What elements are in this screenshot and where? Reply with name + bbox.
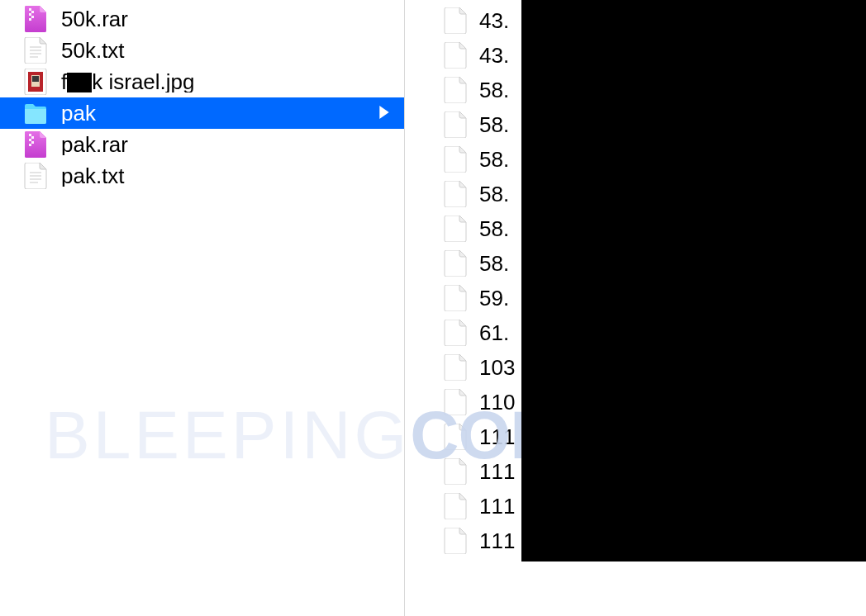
document-icon (441, 7, 469, 34)
document-icon (441, 458, 469, 485)
file-label: 111 (479, 424, 515, 450)
jpg-icon (21, 69, 50, 95)
file-row[interactable]: pak.txt (0, 160, 404, 192)
file-label: 58. (479, 147, 509, 173)
txt-icon (21, 37, 50, 64)
redaction-overlay (521, 0, 866, 562)
file-label: 58. (479, 251, 509, 277)
txt-icon (21, 163, 50, 189)
chevron-right-icon (379, 106, 394, 121)
file-label: 58. (479, 216, 509, 242)
file-label: 50k.rar (61, 8, 394, 30)
file-row[interactable]: 50k.txt (0, 35, 404, 66)
file-label: 111 (479, 494, 515, 519)
file-row[interactable]: fk israel.jpg (0, 66, 404, 97)
document-icon (441, 111, 469, 138)
document-icon (441, 493, 469, 519)
file-label: pak (61, 102, 379, 124)
document-icon (441, 389, 469, 415)
folder-icon (21, 100, 50, 126)
file-row[interactable]: pak.rar (0, 129, 404, 160)
file-label: 43. (479, 8, 509, 34)
file-label: 110 (479, 390, 515, 415)
rar-icon (21, 6, 50, 32)
document-icon (441, 285, 469, 311)
document-icon (441, 528, 469, 554)
file-label-prefix: f (61, 71, 67, 92)
document-icon (441, 146, 469, 173)
file-label: 111 (479, 528, 515, 554)
file-label: fk israel.jpg (61, 71, 394, 92)
file-label: 61. (479, 320, 509, 346)
censored-text (67, 73, 92, 92)
document-icon (441, 424, 469, 450)
file-label: pak.txt (61, 165, 394, 187)
file-label: pak.rar (61, 134, 394, 155)
file-label: 58. (479, 112, 509, 138)
file-label: 50k.txt (61, 40, 394, 61)
file-label: 58. (479, 78, 509, 103)
left-column: 50k.rar 50k.txt fk israel.jpg pak (0, 0, 405, 616)
file-row[interactable]: 50k.rar (0, 3, 404, 35)
file-label: 43. (479, 43, 509, 69)
document-icon (441, 250, 469, 277)
file-label: 58. (479, 182, 509, 207)
document-icon (441, 216, 469, 242)
rar-icon (21, 131, 50, 158)
document-icon (441, 320, 469, 346)
file-label-suffix: k israel.jpg (92, 71, 194, 92)
file-label: 103 (479, 355, 515, 381)
file-label: 59. (479, 286, 509, 311)
file-row-selected[interactable]: pak (0, 97, 404, 129)
document-icon (441, 77, 469, 103)
document-icon (441, 181, 469, 207)
file-label: 111 (479, 459, 515, 485)
document-icon (441, 42, 469, 69)
column-gap (405, 0, 438, 616)
document-icon (441, 354, 469, 381)
